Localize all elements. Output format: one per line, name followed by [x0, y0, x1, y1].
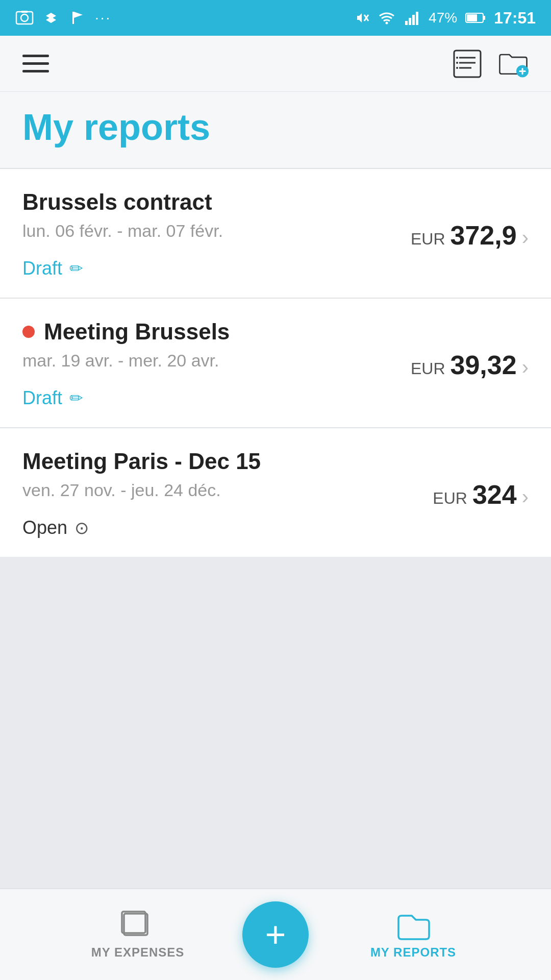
- svg-rect-0: [16, 12, 33, 24]
- report-item-meeting-brussels[interactable]: Meeting Brussels mar. 19 avr. - mer. 20 …: [0, 299, 551, 427]
- svg-rect-12: [412, 15, 415, 25]
- my-reports-label: MY REPORTS: [370, 945, 456, 960]
- currency-label-2: EUR: [411, 359, 445, 378]
- report-amount-1: EUR 372,9 ›: [411, 220, 529, 251]
- fab-plus-icon: +: [265, 917, 286, 952]
- amount-value-2: 39,32: [450, 350, 517, 380]
- page-title: My reports: [22, 107, 529, 148]
- edit-icon-1[interactable]: ✏: [69, 259, 83, 278]
- chevron-right-3: ›: [522, 485, 529, 508]
- status-left-icons: ···: [15, 9, 111, 27]
- my-expenses-icon: [120, 910, 156, 940]
- clock-icon-3: ⊙: [74, 518, 89, 538]
- svg-point-9: [386, 22, 388, 24]
- nav-action-buttons: [452, 48, 529, 79]
- bottom-navigation: MY EXPENSES + MY REPORTS: [0, 888, 551, 980]
- report-title-meeting-brussels: Meeting Brussels: [22, 319, 529, 345]
- mute-icon: [353, 10, 369, 26]
- red-dot-indicator: [22, 326, 35, 338]
- report-middle-row-1: lun. 06 févr. - mar. 07 févr. EUR 372,9 …: [22, 220, 529, 251]
- time-display: 17:51: [494, 9, 536, 28]
- amount-value-3: 324: [472, 479, 517, 510]
- report-status-2: Draft ✏: [22, 387, 529, 409]
- my-expenses-label: MY EXPENSES: [91, 945, 185, 960]
- status-label-1: Draft: [22, 258, 62, 279]
- add-expense-fab[interactable]: +: [242, 901, 309, 968]
- my-reports-icon: [395, 910, 431, 940]
- flag-icon: [68, 9, 87, 27]
- new-report-icon[interactable]: [498, 48, 529, 79]
- report-middle-row-3: ven. 27 nov. - jeu. 24 déc. EUR 324 ›: [22, 479, 529, 510]
- report-amount-2: EUR 39,32 ›: [411, 350, 529, 380]
- report-date-1: lun. 06 févr. - mar. 07 févr.: [22, 221, 223, 241]
- status-right-info: 47% 17:51: [353, 9, 536, 28]
- svg-point-22: [456, 62, 458, 64]
- chevron-right-1: ›: [522, 226, 529, 249]
- currency-label-1: EUR: [411, 230, 445, 249]
- empty-content-area: [0, 557, 551, 888]
- svg-rect-16: [483, 16, 485, 20]
- report-title-meeting-paris: Meeting Paris - Dec 15: [22, 449, 529, 474]
- svg-rect-10: [405, 21, 408, 25]
- amount-value-1: 372,9: [450, 220, 517, 251]
- reports-list: Brussels contract lun. 06 févr. - mar. 0…: [0, 169, 551, 557]
- signal-icon: [404, 10, 420, 26]
- status-bar: ··· 47% 17:51: [0, 0, 551, 36]
- report-status-3: Open ⊙: [22, 517, 529, 538]
- svg-rect-17: [454, 51, 481, 77]
- svg-marker-6: [74, 12, 83, 18]
- report-title-brussels-contract: Brussels contract: [22, 189, 529, 215]
- svg-rect-28: [122, 912, 145, 933]
- tab-my-reports[interactable]: MY REPORTS: [276, 910, 551, 960]
- svg-rect-2: [21, 11, 28, 13]
- tab-my-expenses[interactable]: MY EXPENSES: [0, 910, 276, 960]
- svg-rect-13: [416, 12, 418, 25]
- svg-rect-11: [409, 18, 411, 25]
- report-item-brussels-contract[interactable]: Brussels contract lun. 06 févr. - mar. 0…: [0, 169, 551, 298]
- hamburger-menu[interactable]: [22, 55, 49, 72]
- battery-percent: 47%: [429, 10, 457, 26]
- top-navigation: [0, 36, 551, 92]
- dropbox-icon: [42, 9, 60, 27]
- report-date-2: mar. 19 avr. - mer. 20 avr.: [22, 351, 219, 371]
- battery-icon: [465, 12, 486, 24]
- svg-point-1: [21, 14, 28, 21]
- report-status-1: Draft ✏: [22, 258, 529, 279]
- svg-point-23: [456, 67, 458, 69]
- list-view-icon[interactable]: [452, 48, 483, 79]
- report-date-3: ven. 27 nov. - jeu. 24 déc.: [22, 480, 221, 500]
- report-amount-3: EUR 324 ›: [433, 479, 529, 510]
- status-label-2: Draft: [22, 387, 62, 409]
- report-middle-row-2: mar. 19 avr. - mer. 20 avr. EUR 39,32 ›: [22, 350, 529, 380]
- svg-rect-27: [124, 914, 147, 935]
- report-item-meeting-paris[interactable]: Meeting Paris - Dec 15 ven. 27 nov. - je…: [0, 428, 551, 557]
- status-label-3: Open: [22, 517, 67, 538]
- page-title-section: My reports: [0, 92, 551, 168]
- svg-rect-5: [72, 12, 74, 24]
- photo-icon: [15, 9, 34, 27]
- chevron-right-2: ›: [522, 356, 529, 379]
- more-icon: ···: [95, 10, 111, 26]
- svg-rect-15: [467, 14, 477, 21]
- wifi-icon: [378, 9, 396, 27]
- svg-marker-4: [46, 17, 56, 23]
- currency-label-3: EUR: [433, 489, 467, 508]
- edit-icon-2[interactable]: ✏: [69, 388, 83, 408]
- svg-point-21: [456, 57, 458, 59]
